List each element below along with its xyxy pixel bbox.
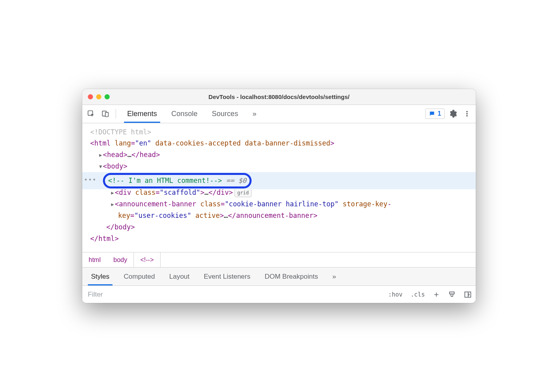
dollar-zero-ref: == $0 [222, 177, 246, 184]
announcement-banner-wrap-line[interactable]: key="user-cookies" active>…</announcemen… [82, 210, 476, 221]
html-open-line[interactable]: <html lang="en" data-cookies-accepted da… [82, 138, 476, 149]
toggle-hover-button[interactable]: :hov [384, 286, 407, 303]
body-close-line[interactable]: </body> [82, 221, 476, 233]
html-comment-node[interactable]: <!-- I'm an HTML comment!--> [108, 177, 222, 184]
device-toolbar-button[interactable] [99, 107, 112, 120]
head-line[interactable]: ▶<head>…</head> [82, 149, 476, 161]
tabs-overflow[interactable]: » [245, 105, 264, 123]
panel-toggle-icon [464, 291, 472, 299]
tab-event-listeners[interactable]: Event Listeners [197, 268, 258, 285]
issues-count: 1 [438, 110, 441, 117]
issues-button[interactable]: 1 [425, 109, 445, 119]
selected-node-row[interactable]: ••• <!-- I'm an HTML comment!--> == $0 [82, 172, 476, 189]
highlight-box: <!-- I'm an HTML comment!--> == $0 [103, 173, 252, 188]
devtools-window: DevTools - localhost:8080/docs/devtools/… [82, 89, 476, 303]
main-toolbar: Elements Console Sources » 1 [82, 105, 476, 123]
more-menu-button[interactable] [461, 107, 473, 120]
styles-toolbar: :hov .cls [82, 285, 476, 303]
breadcrumb-body[interactable]: body [107, 252, 134, 267]
traffic-lights [82, 94, 110, 99]
issues-icon [429, 111, 435, 117]
toolbar-divider [116, 109, 116, 118]
breadcrumbs: html body <!--> [82, 252, 476, 267]
grid-badge[interactable]: grid [234, 188, 252, 197]
body-open-line[interactable]: ▼<body> [82, 161, 476, 172]
brush-icon [448, 291, 456, 299]
breadcrumb-html[interactable]: html [82, 252, 107, 267]
maximize-window-button[interactable] [105, 94, 110, 99]
window-title: DevTools - localhost:8080/docs/devtools/… [82, 93, 476, 100]
html-close-line[interactable]: </html> [82, 233, 476, 245]
kebab-icon [463, 110, 471, 117]
new-style-rule-button[interactable] [429, 286, 444, 303]
tab-sources[interactable]: Sources [205, 105, 245, 123]
minimize-window-button[interactable] [96, 94, 101, 99]
titlebar: DevTools - localhost:8080/docs/devtools/… [82, 89, 476, 105]
paint-brush-button[interactable] [444, 286, 460, 303]
tab-computed[interactable]: Computed [116, 268, 162, 285]
tab-elements[interactable]: Elements [120, 105, 164, 123]
breadcrumb-comment[interactable]: <!--> [134, 252, 161, 267]
svg-point-3 [467, 111, 468, 112]
plus-icon [433, 291, 440, 298]
gutter-actions-icon[interactable]: ••• [84, 175, 97, 185]
svg-point-5 [467, 115, 468, 116]
svg-rect-2 [105, 113, 108, 117]
panel-tabs: Elements Console Sources » [120, 105, 264, 123]
tab-styles[interactable]: Styles [84, 268, 116, 285]
computed-panel-toggle-button[interactable] [460, 286, 476, 303]
settings-button[interactable] [446, 107, 459, 120]
tab-console[interactable]: Console [164, 105, 205, 123]
gear-icon [448, 109, 457, 118]
expand-arrow-icon[interactable]: ▶ [98, 151, 103, 159]
dom-tree[interactable]: <!DOCTYPE html> <html lang="en" data-coo… [82, 123, 476, 252]
tab-layout[interactable]: Layout [162, 268, 197, 285]
toggle-classes-button[interactable]: .cls [407, 286, 429, 303]
inspect-element-button[interactable] [85, 107, 97, 120]
expand-arrow-icon[interactable]: ▶ [110, 189, 115, 197]
collapse-arrow-icon[interactable]: ▼ [98, 163, 103, 171]
close-window-button[interactable] [88, 94, 93, 99]
expand-arrow-icon[interactable]: ▶ [110, 200, 115, 208]
doctype-line[interactable]: <!DOCTYPE html> [82, 126, 476, 138]
svg-point-4 [467, 113, 468, 114]
styles-filter-input[interactable] [82, 286, 384, 303]
sidebar-tabs-overflow[interactable]: » [325, 268, 343, 285]
tab-dom-breakpoints[interactable]: DOM Breakpoints [258, 268, 325, 285]
sidebar-tabs: Styles Computed Layout Event Listeners D… [82, 267, 476, 285]
announcement-banner-line[interactable]: ▶<announcement-banner class="cookie-bann… [82, 198, 476, 210]
